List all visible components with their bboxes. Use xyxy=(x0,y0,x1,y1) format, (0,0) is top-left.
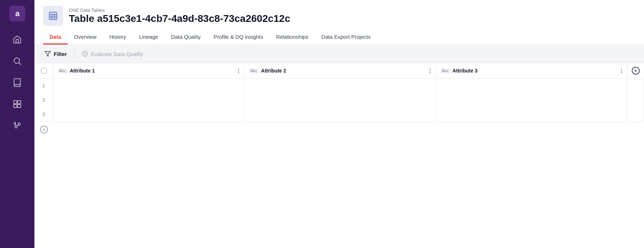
select-all-checkbox[interactable] xyxy=(41,68,47,74)
tab-history[interactable]: History xyxy=(103,30,133,45)
cell-2-extra xyxy=(627,93,644,107)
tab-data-quality[interactable]: Data Quality xyxy=(165,30,207,45)
data-table-wrapper: Abc Attribute 1 ⋮ Abc Attribute 2 ⋮ xyxy=(34,63,644,248)
page-header: ONE Data Tables Table a515c3e1-4cb7-4a9d… xyxy=(34,0,644,45)
table-header-row: Abc Attribute 1 ⋮ Abc Attribute 2 ⋮ xyxy=(34,63,644,79)
row-num-2: 2 xyxy=(34,93,53,107)
cell-1-attr1[interactable] xyxy=(53,79,245,93)
cell-1-extra xyxy=(627,79,644,93)
col-menu-attr2[interactable]: ⋮ xyxy=(427,67,433,74)
add-row-button[interactable]: + xyxy=(34,122,644,137)
cell-2-attr3[interactable] xyxy=(436,93,627,107)
add-column-icon[interactable]: + xyxy=(632,67,640,75)
col-label-attr3: Attribute 3 xyxy=(453,68,478,74)
table-icon-container xyxy=(43,6,63,26)
page-title: Table a515c3e1-4cb7-4a9d-83c8-73ca2602c1… xyxy=(69,13,290,24)
cell-3-attr3[interactable] xyxy=(436,107,627,122)
tab-data[interactable]: Data xyxy=(43,30,68,45)
svg-rect-2 xyxy=(14,100,17,104)
evaluate-icon xyxy=(82,51,88,57)
tab-overview[interactable]: Overview xyxy=(68,30,103,45)
table-row: 1 xyxy=(34,79,644,93)
filter-label: Filter xyxy=(54,51,67,57)
toolbar: Filter Evaluate Data Quality xyxy=(34,45,644,63)
svg-rect-11 xyxy=(49,12,57,20)
sidebar-item-home[interactable] xyxy=(8,30,27,49)
col-type-attr3: Abc xyxy=(440,68,450,74)
col-menu-attr1[interactable]: ⋮ xyxy=(236,67,241,74)
col-menu-attr3[interactable]: ⋮ xyxy=(619,67,624,74)
svg-marker-17 xyxy=(45,51,51,56)
sidebar-item-catalog[interactable] xyxy=(8,73,27,92)
svg-line-1 xyxy=(19,63,21,65)
sidebar: a xyxy=(0,0,34,248)
table-row: 3 xyxy=(34,107,644,122)
tab-profile-dq[interactable]: Profile & DQ insights xyxy=(207,30,270,45)
tab-relationships[interactable]: Relationships xyxy=(270,30,315,45)
cell-3-attr1[interactable] xyxy=(53,107,245,122)
cell-2-attr2[interactable] xyxy=(245,93,436,107)
col-label-attr2: Attribute 2 xyxy=(261,68,286,74)
sidebar-item-projects[interactable] xyxy=(8,95,27,113)
svg-rect-4 xyxy=(14,104,17,108)
table-row: 2 xyxy=(34,93,644,107)
col-header-attr3: Abc Attribute 3 ⋮ xyxy=(436,63,627,79)
filter-icon xyxy=(44,51,51,57)
cell-1-attr3[interactable] xyxy=(436,79,627,93)
filter-button[interactable]: Filter xyxy=(40,48,71,59)
evaluate-button[interactable]: Evaluate Data Quality xyxy=(77,48,147,59)
col-header-attr2: Abc Attribute 2 ⋮ xyxy=(245,63,436,79)
cell-2-attr1[interactable] xyxy=(53,93,245,107)
data-table: Abc Attribute 1 ⋮ Abc Attribute 2 ⋮ xyxy=(34,63,644,122)
cell-1-attr2[interactable] xyxy=(245,79,436,93)
cell-3-attr2[interactable] xyxy=(245,107,436,122)
table-icon xyxy=(48,11,58,21)
toolbar-divider xyxy=(74,49,75,59)
svg-rect-3 xyxy=(18,100,21,104)
col-type-attr2: Abc xyxy=(249,68,259,74)
logo-text: a xyxy=(15,9,19,18)
tab-data-export[interactable]: Data Export Projects xyxy=(315,30,377,45)
sidebar-item-analytics[interactable] xyxy=(8,116,27,135)
app-logo[interactable]: a xyxy=(9,6,25,22)
col-type-attr1: Abc xyxy=(58,68,68,74)
add-column-header[interactable]: + xyxy=(627,63,644,79)
col-label-attr1: Attribute 1 xyxy=(70,68,95,74)
row-num-1: 1 xyxy=(34,79,53,93)
tab-lineage[interactable]: Lineage xyxy=(133,30,165,45)
tab-bar: Data Overview History Lineage Data Quali… xyxy=(43,30,635,45)
add-row-icon: + xyxy=(40,126,48,134)
svg-point-0 xyxy=(14,58,19,63)
checkbox-header xyxy=(34,63,53,79)
col-header-attr1: Abc Attribute 1 ⋮ xyxy=(53,63,245,79)
main-content: ONE Data Tables Table a515c3e1-4cb7-4a9d… xyxy=(34,0,644,248)
sidebar-item-search[interactable] xyxy=(8,52,27,70)
cell-3-extra xyxy=(627,107,644,122)
svg-line-10 xyxy=(17,125,18,126)
svg-point-8 xyxy=(14,122,15,124)
row-num-3: 3 xyxy=(34,107,53,122)
evaluate-label: Evaluate Data Quality xyxy=(91,51,143,57)
breadcrumb: ONE Data Tables xyxy=(69,8,290,13)
svg-rect-5 xyxy=(18,104,21,108)
svg-point-7 xyxy=(18,123,20,125)
